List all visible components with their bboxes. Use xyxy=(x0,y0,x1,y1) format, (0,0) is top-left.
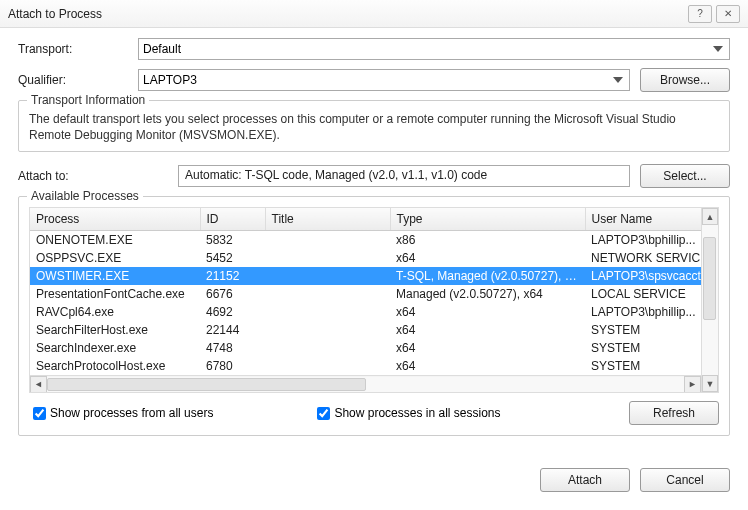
cell-process: PresentationFontCache.exe xyxy=(30,285,200,303)
cell-type: x86 xyxy=(390,231,585,250)
scroll-down-icon[interactable]: ▼ xyxy=(702,375,718,392)
transport-info-group: Transport Information The default transp… xyxy=(18,100,730,152)
cell-title xyxy=(265,357,390,375)
attach-button[interactable]: Attach xyxy=(540,468,630,492)
cell-title xyxy=(265,285,390,303)
cell-process: SearchProtocolHost.exe xyxy=(30,357,200,375)
cell-user: NETWORK SERVICE xyxy=(585,249,701,267)
scroll-right-icon[interactable]: ► xyxy=(684,376,701,393)
cell-id: 6780 xyxy=(200,357,265,375)
qualifier-select[interactable]: LAPTOP3 xyxy=(138,69,630,91)
cell-id: 21152 xyxy=(200,267,265,285)
cell-id: 4692 xyxy=(200,303,265,321)
table-row[interactable]: SearchIndexer.exe4748x64SYSTEM xyxy=(30,339,701,357)
table-row[interactable]: RAVCpl64.exe4692x64LAPTOP3\bphillip... xyxy=(30,303,701,321)
col-id[interactable]: ID xyxy=(200,208,265,231)
scroll-up-icon[interactable]: ▲ xyxy=(702,208,718,225)
cell-user: LAPTOP3\bphillip... xyxy=(585,231,701,250)
cell-type: T-SQL, Managed (v2.0.50727), x64 xyxy=(390,267,585,285)
cell-id: 4748 xyxy=(200,339,265,357)
cell-title xyxy=(265,303,390,321)
cell-title xyxy=(265,267,390,285)
show-all-users-input[interactable] xyxy=(33,407,46,420)
attach-to-label: Attach to: xyxy=(18,169,138,183)
col-process[interactable]: Process xyxy=(30,208,200,231)
transport-info-text: The default transport lets you select pr… xyxy=(29,111,719,143)
process-table-container: Process ID Title Type User Name ONENOTEM… xyxy=(29,207,719,393)
cell-type: x64 xyxy=(390,303,585,321)
transport-label: Transport: xyxy=(18,42,138,56)
cell-title xyxy=(265,249,390,267)
vertical-scrollbar[interactable]: ▲ ▼ xyxy=(701,208,718,392)
cell-process: SearchIndexer.exe xyxy=(30,339,200,357)
scroll-left-icon[interactable]: ◄ xyxy=(30,376,47,393)
available-processes-legend: Available Processes xyxy=(27,189,143,203)
qualifier-label: Qualifier: xyxy=(18,73,138,87)
cell-process: RAVCpl64.exe xyxy=(30,303,200,321)
window-title: Attach to Process xyxy=(8,7,684,21)
cell-process: SearchFilterHost.exe xyxy=(30,321,200,339)
col-type[interactable]: Type xyxy=(390,208,585,231)
available-processes-group: Available Processes Process ID Title Typ… xyxy=(18,196,730,436)
cell-type: x64 xyxy=(390,249,585,267)
attach-to-value: Automatic: T-SQL code, Managed (v2.0, v1… xyxy=(178,165,630,187)
cell-type: Managed (v2.0.50727), x64 xyxy=(390,285,585,303)
cell-user: LOCAL SERVICE xyxy=(585,285,701,303)
cell-process: ONENOTEM.EXE xyxy=(30,231,200,250)
cell-id: 6676 xyxy=(200,285,265,303)
cancel-button[interactable]: Cancel xyxy=(640,468,730,492)
cell-user: LAPTOP3\spsvcacct xyxy=(585,267,701,285)
cell-process: OSPPSVC.EXE xyxy=(30,249,200,267)
browse-button[interactable]: Browse... xyxy=(640,68,730,92)
close-icon[interactable]: ✕ xyxy=(716,5,740,23)
show-all-sessions-input[interactable] xyxy=(317,407,330,420)
cell-user: SYSTEM xyxy=(585,339,701,357)
cell-title xyxy=(265,321,390,339)
cell-id: 5452 xyxy=(200,249,265,267)
cell-id: 22144 xyxy=(200,321,265,339)
show-all-users-checkbox[interactable]: Show processes from all users xyxy=(29,404,213,423)
col-user[interactable]: User Name xyxy=(585,208,701,231)
cell-type: x64 xyxy=(390,357,585,375)
table-row[interactable]: SearchFilterHost.exe22144x64SYSTEM xyxy=(30,321,701,339)
show-all-sessions-checkbox[interactable]: Show processes in all sessions xyxy=(313,404,500,423)
cell-id: 5832 xyxy=(200,231,265,250)
cell-type: x64 xyxy=(390,339,585,357)
cell-user: LAPTOP3\bphillip... xyxy=(585,303,701,321)
transport-select[interactable]: Default xyxy=(138,38,730,60)
table-row[interactable]: ONENOTEM.EXE5832x86LAPTOP3\bphillip... xyxy=(30,231,701,250)
horizontal-scrollbar[interactable]: ◄ ► xyxy=(30,375,701,392)
title-bar: Attach to Process ? ✕ xyxy=(0,0,748,28)
table-row[interactable]: PresentationFontCache.exe6676Managed (v2… xyxy=(30,285,701,303)
cell-title xyxy=(265,339,390,357)
cell-type: x64 xyxy=(390,321,585,339)
table-row[interactable]: OSPPSVC.EXE5452x64NETWORK SERVICE xyxy=(30,249,701,267)
col-title[interactable]: Title xyxy=(265,208,390,231)
help-icon[interactable]: ? xyxy=(688,5,712,23)
refresh-button[interactable]: Refresh xyxy=(629,401,719,425)
select-button[interactable]: Select... xyxy=(640,164,730,188)
cell-title xyxy=(265,231,390,250)
cell-process: OWSTIMER.EXE xyxy=(30,267,200,285)
cell-user: SYSTEM xyxy=(585,357,701,375)
cell-user: SYSTEM xyxy=(585,321,701,339)
table-row[interactable]: SearchProtocolHost.exe6780x64SYSTEM xyxy=(30,357,701,375)
transport-info-legend: Transport Information xyxy=(27,93,149,107)
table-row[interactable]: OWSTIMER.EXE21152T-SQL, Managed (v2.0.50… xyxy=(30,267,701,285)
process-table: Process ID Title Type User Name ONENOTEM… xyxy=(30,208,701,375)
process-table-scroll[interactable]: Process ID Title Type User Name ONENOTEM… xyxy=(30,208,701,375)
